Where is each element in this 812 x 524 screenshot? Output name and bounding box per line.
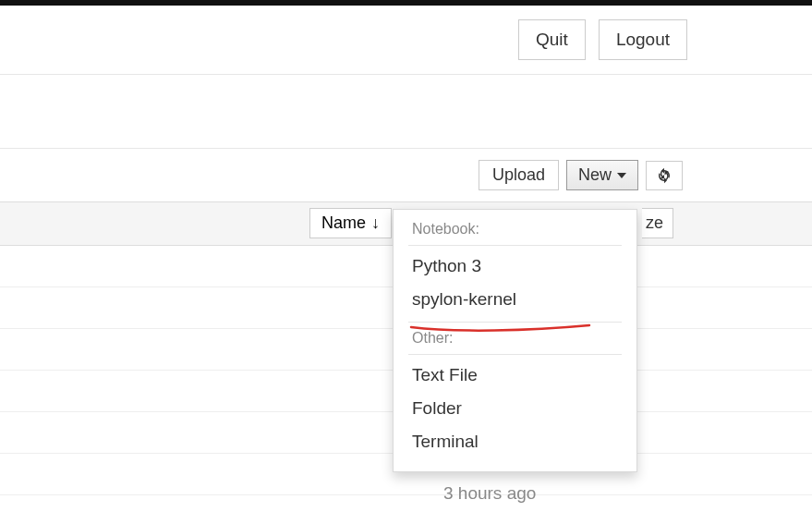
size-col-label: ze [642, 208, 673, 238]
dropdown-section-other: Other: [394, 326, 636, 348]
name-sort-button[interactable]: Name ↓ [309, 208, 392, 238]
tab-area [0, 75, 812, 149]
quit-button[interactable]: Quit [518, 19, 586, 60]
divider [408, 354, 622, 355]
refresh-button[interactable] [646, 161, 683, 190]
arrow-down-icon: ↓ [371, 213, 380, 233]
new-dropdown-menu: Notebook: Python 3 spylon-kernel Other: … [393, 209, 637, 472]
dropdown-item-terminal[interactable]: Terminal [394, 425, 636, 458]
divider [408, 322, 622, 323]
divider [408, 245, 622, 246]
timestamp-text: 3 hours ago [443, 483, 536, 504]
upload-button[interactable]: Upload [479, 160, 559, 190]
dropdown-item-folder[interactable]: Folder [394, 392, 636, 425]
dropdown-section-notebook: Notebook: [394, 217, 636, 239]
dropdown-item-spylon-kernel[interactable]: spylon-kernel [394, 283, 636, 316]
logout-button[interactable]: Logout [599, 19, 687, 60]
dropdown-item-python3[interactable]: Python 3 [394, 250, 636, 283]
new-dropdown-button[interactable]: New [566, 160, 638, 190]
new-label: New [578, 165, 612, 185]
refresh-icon [656, 167, 673, 184]
toolbar: Upload New [0, 149, 812, 201]
name-col-label: Name [321, 213, 366, 233]
header: Quit Logout [0, 6, 812, 75]
dropdown-item-textfile[interactable]: Text File [394, 359, 636, 392]
chevron-down-icon [617, 173, 626, 178]
